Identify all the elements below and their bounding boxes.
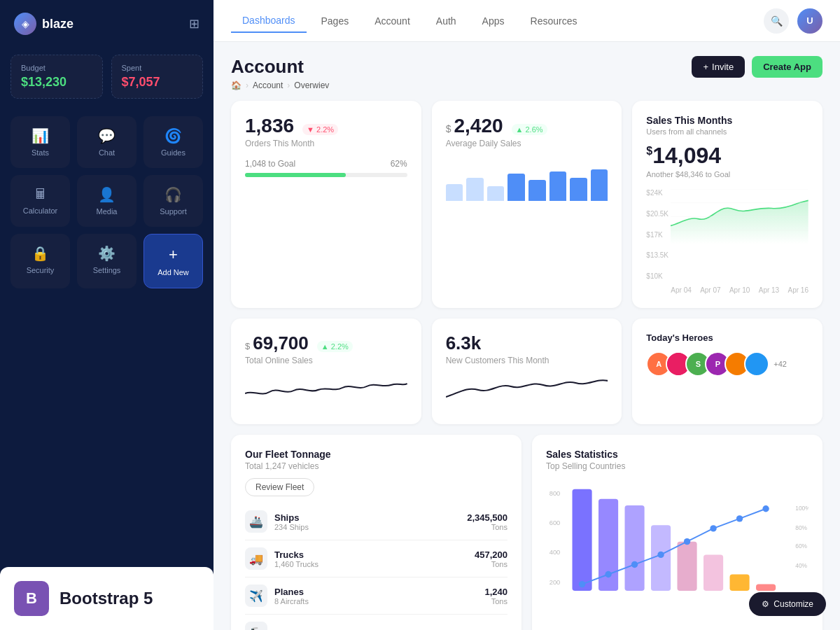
invite-button[interactable]: + Invite xyxy=(692,56,745,78)
sidebar-item-calculator[interactable]: 🖩 Calculator xyxy=(10,175,70,227)
sidebar-item-security[interactable]: 🔒 Security xyxy=(10,234,70,288)
svg-text:800: 800 xyxy=(550,490,561,497)
tab-apps[interactable]: Apps xyxy=(471,9,516,33)
sales-prefix: $ xyxy=(646,145,652,157)
user-avatar[interactable]: U xyxy=(797,8,822,34)
fleet-ships-name: Ships 234 Ships xyxy=(274,512,467,531)
sidebar-item-guides-label: Guides xyxy=(161,148,186,157)
new-customers-number: 6.3k xyxy=(446,332,482,354)
online-sales-card: $ 69,700 ▲ 2.2% Total Online Sales xyxy=(231,318,421,424)
tab-dashboards[interactable]: Dashboards xyxy=(231,9,307,33)
fleet-planes-name: Planes 8 Aircrafts xyxy=(274,587,484,606)
orders-number: 1,836 xyxy=(245,115,294,137)
online-prefix: $ xyxy=(245,341,250,351)
svg-point-22 xyxy=(736,515,743,522)
sales-line-chart: $24K $20.5K $17K $13.5K $10K xyxy=(646,189,808,294)
invite-plus-icon: + xyxy=(703,62,708,72)
progress-pct: 62% xyxy=(391,159,407,169)
sidebar-item-stats[interactable]: 📊 Stats xyxy=(10,116,70,168)
bootstrap-text: Bootstrap 5 xyxy=(59,589,153,608)
x-labels: Apr 04 Apr 07 Apr 10 Apr 13 Apr 16 xyxy=(671,286,808,294)
search-button[interactable]: 🔍 xyxy=(764,8,789,34)
svg-text:60%: 60% xyxy=(795,542,807,550)
sidebar-item-guides[interactable]: 🌀 Guides xyxy=(144,116,203,168)
daily-label: Average Daily Sales xyxy=(446,139,608,148)
progress-track xyxy=(245,173,407,177)
bar-6 xyxy=(550,172,567,201)
spent-card: Spent $7,057 xyxy=(111,55,204,99)
online-badge: ▲ 2.2% xyxy=(317,341,353,352)
create-app-button[interactable]: Create App xyxy=(752,56,822,78)
breadcrumb-account: Account xyxy=(253,80,283,90)
fleet-ships-value: 2,345,500 Tons xyxy=(467,512,507,531)
header-actions: + Invite Create App xyxy=(692,56,822,78)
trucks-icon: 🚚 xyxy=(245,547,267,570)
new-customers-label: New Customers This Month xyxy=(446,356,608,365)
planes-icon: ✈️ xyxy=(245,584,267,607)
bar-7 xyxy=(570,178,587,201)
sidebar-item-stats-label: Stats xyxy=(31,148,49,157)
daily-number: 2,420 xyxy=(454,115,503,137)
bar-1 xyxy=(446,184,463,201)
sales-stats-title: Sales Statistics xyxy=(546,449,808,460)
online-number: 69,700 xyxy=(253,332,309,354)
sales-stats-sub: Top Selling Countries xyxy=(546,461,808,471)
heroes-title: Today's Heroes xyxy=(646,332,808,343)
fleet-ships: 🚢 Ships 234 Ships 2,345,500 Tons xyxy=(245,503,507,540)
bootstrap-banner: B Bootstrap 5 xyxy=(0,567,214,630)
sidebar-item-chat-label: Chat xyxy=(99,148,115,157)
review-fleet-button[interactable]: Review Fleet xyxy=(245,478,314,496)
logo-icon: ◈ xyxy=(14,13,36,35)
svg-rect-13 xyxy=(704,554,723,591)
orders-badge: ▼ 2.2% xyxy=(302,124,338,135)
menu-icon[interactable]: ⊞ xyxy=(189,16,200,31)
page-title: Account xyxy=(231,56,329,78)
sidebar-item-support[interactable]: 🎧 Support xyxy=(144,175,203,227)
budget-label: Budget xyxy=(21,64,92,72)
top-nav: Dashboards Pages Account Auth Apps Resou… xyxy=(214,0,840,42)
sidebar-item-chat[interactable]: 💬 Chat xyxy=(77,116,136,168)
svg-text:80%: 80% xyxy=(795,524,807,531)
customize-button[interactable]: ⚙ Customize xyxy=(749,592,826,616)
daily-prefix: $ xyxy=(446,123,451,134)
ships-icon: 🚢 xyxy=(245,510,267,533)
add-icon: + xyxy=(169,246,178,264)
fleet-trains: 🚂 Trains 804,300 xyxy=(245,615,507,630)
sidebar-item-media[interactable]: 👤 Media xyxy=(77,175,136,227)
line-chart-svg xyxy=(671,189,808,244)
tab-resources[interactable]: Resources xyxy=(519,9,589,33)
fleet-planes-value: 1,240 Tons xyxy=(484,587,507,606)
sidebar-item-security-label: Security xyxy=(27,266,55,274)
sidebar-header: ◈ blaze ⊞ xyxy=(0,0,214,48)
progress-goal-label: 1,048 to Goal xyxy=(245,159,295,169)
svg-point-23 xyxy=(762,505,769,512)
svg-rect-14 xyxy=(730,575,750,591)
new-customers-card: 6.3k New Customers This Month xyxy=(432,318,622,424)
orders-card: 1,836 ▼ 2.2% Orders This Month 1,048 to … xyxy=(231,101,421,308)
fleet-title: Our Fleet Tonnage xyxy=(245,449,507,460)
online-label: Total Online Sales xyxy=(245,356,407,365)
page-header: Account 🏠 › Account › Overwiev + Invite … xyxy=(231,56,822,90)
chat-icon: 💬 xyxy=(98,127,115,144)
bottom-row: Our Fleet Tonnage Total 1,247 vehicles R… xyxy=(231,435,822,630)
sidebar-item-settings[interactable]: ⚙️ Settings xyxy=(77,234,136,288)
tab-auth[interactable]: Auth xyxy=(425,9,468,33)
tab-pages[interactable]: Pages xyxy=(310,9,360,33)
budget-value: $13,230 xyxy=(21,75,92,90)
media-icon: 👤 xyxy=(98,186,115,203)
sidebar-item-settings-label: Settings xyxy=(93,266,121,274)
logo-area: ◈ blaze xyxy=(14,13,74,35)
daily-bars xyxy=(446,159,608,201)
daily-sales-card: $ 2,420 ▲ 2.6% Average Daily Sales xyxy=(432,101,622,308)
svg-text:400: 400 xyxy=(550,549,561,556)
svg-rect-12 xyxy=(678,542,697,591)
spent-value: $7,057 xyxy=(122,75,193,90)
stats-icon: 📊 xyxy=(31,127,49,144)
sidebar-item-add-new[interactable]: + Add New xyxy=(144,234,203,288)
tab-account[interactable]: Account xyxy=(363,9,421,33)
svg-rect-15 xyxy=(756,584,776,591)
svg-point-20 xyxy=(684,538,690,545)
bootstrap-logo: B xyxy=(14,581,49,616)
svg-point-19 xyxy=(657,552,664,558)
support-icon: 🎧 xyxy=(164,186,182,203)
